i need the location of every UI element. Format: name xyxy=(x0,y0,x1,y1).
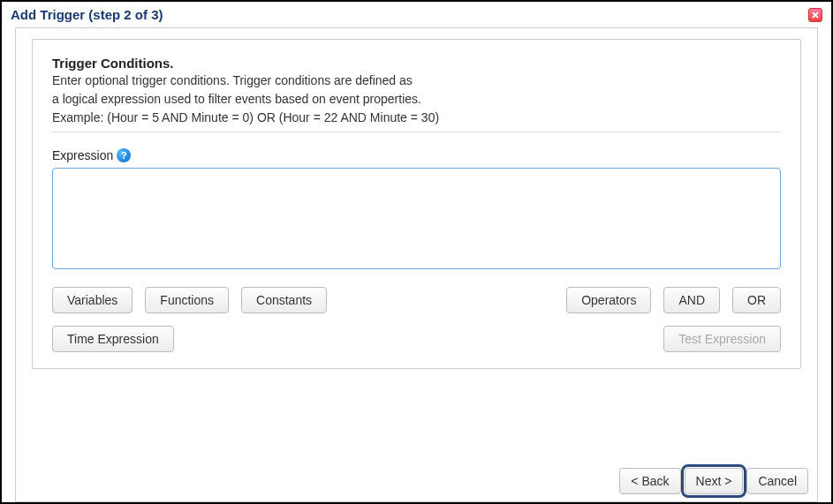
or-button[interactable]: OR xyxy=(732,287,781,313)
section-desc-line1: Enter optional trigger conditions. Trigg… xyxy=(52,72,781,89)
dialog-title: Add Trigger (step 2 of 3) xyxy=(11,7,163,22)
close-icon xyxy=(811,11,820,19)
add-trigger-dialog: Add Trigger (step 2 of 3) Trigger Condit… xyxy=(0,0,833,504)
help-icon[interactable]: ? xyxy=(117,148,131,162)
dialog-header: Add Trigger (step 2 of 3) xyxy=(2,2,831,27)
content-frame: Trigger Conditions. Enter optional trigg… xyxy=(15,27,818,502)
functions-button[interactable]: Functions xyxy=(145,287,229,313)
expression-input[interactable] xyxy=(52,168,781,269)
dialog-footer: < Back Next > Cancel xyxy=(619,468,808,494)
button-group-left: Variables Functions Constants xyxy=(52,287,327,313)
section-desc-line2: a logical expression used to filter even… xyxy=(52,91,781,108)
expression-label-row: Expression ? xyxy=(52,148,781,162)
trigger-conditions-panel: Trigger Conditions. Enter optional trigg… xyxy=(32,39,801,369)
test-expression-button[interactable]: Test Expression xyxy=(663,326,781,352)
close-button[interactable] xyxy=(808,8,822,22)
divider xyxy=(52,132,781,132)
back-button[interactable]: < Back xyxy=(619,468,680,494)
cancel-button[interactable]: Cancel xyxy=(746,468,808,494)
time-expression-button[interactable]: Time Expression xyxy=(52,326,174,352)
operators-button[interactable]: Operators xyxy=(566,287,651,313)
button-group-right: Operators AND OR xyxy=(566,287,781,313)
section-heading: Trigger Conditions. xyxy=(52,56,781,71)
next-button[interactable]: Next > xyxy=(685,468,744,494)
expression-label: Expression xyxy=(52,148,113,162)
and-button[interactable]: AND xyxy=(663,287,720,313)
button-row-2: Time Expression Test Expression xyxy=(52,326,781,352)
constants-button[interactable]: Constants xyxy=(241,287,327,313)
button-row-1: Variables Functions Constants Operators … xyxy=(52,287,781,313)
section-desc-line3: Example: (Hour = 5 AND Minute = 0) OR (H… xyxy=(52,109,781,126)
variables-button[interactable]: Variables xyxy=(52,287,133,313)
